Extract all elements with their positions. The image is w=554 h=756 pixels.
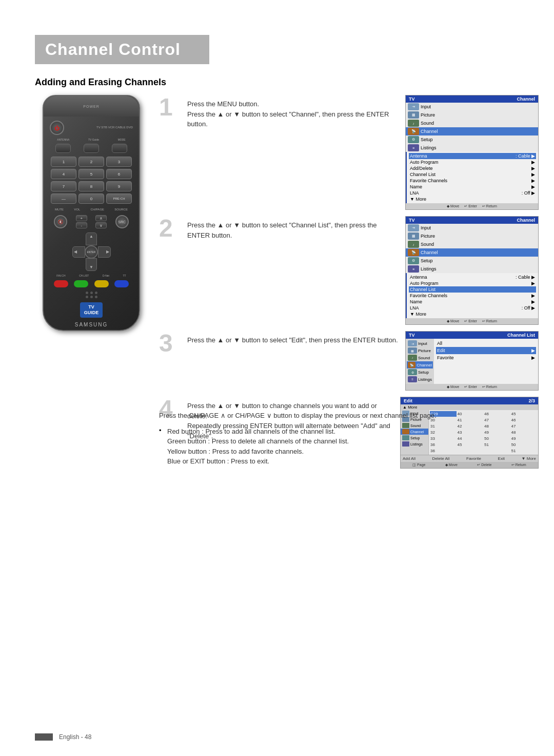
input-label: Input xyxy=(421,104,536,109)
screen3-input-row: ⇥ Input xyxy=(407,340,433,347)
screen1-favchannels-row: Favorite Channels ▶ xyxy=(409,178,536,184)
num-dash-button[interactable]: — xyxy=(51,193,76,204)
mode-button[interactable] xyxy=(112,144,127,153)
remote-body: POWER ⏻ TV STB VCR CABLE DVD ANTENNA TV … xyxy=(43,95,140,331)
screen1-move-hint: ◆ Move xyxy=(447,204,459,208)
screen2-favchannels-label: Favorite Channels xyxy=(410,293,447,298)
samsung-brand-label: SAMSUNG xyxy=(44,320,139,329)
screen3-channel-label: Channel xyxy=(417,363,432,367)
num-8-button[interactable]: 8 xyxy=(78,181,104,191)
screen2-autoprog-arrow: ▶ xyxy=(531,281,535,286)
screen1-header: TV Channel xyxy=(406,95,538,103)
screen3-move-hint: ◆ Move xyxy=(447,385,459,389)
screen3-channel-icon: 📡 xyxy=(408,362,416,368)
screen4-page-indicator: 2/3 xyxy=(528,398,535,403)
screen2-channellist-label: Channel List xyxy=(410,287,436,292)
dpad-up-button[interactable]: ▲ xyxy=(86,232,97,245)
autoprog-arrow: ▶ xyxy=(531,160,535,165)
setup-label: Setup xyxy=(421,137,536,142)
num-9-button[interactable]: 9 xyxy=(106,181,132,191)
mute-button[interactable]: 🔇 xyxy=(54,215,67,228)
tvguide-button[interactable] xyxy=(84,144,99,153)
screen4-header: Edit 2/3 xyxy=(401,397,538,404)
screen1-lna-row: LNA : Off ▶ xyxy=(409,190,536,196)
screen2-listings-row: ≡ Listings xyxy=(406,265,538,273)
screen3-sound-icon: ♪ xyxy=(408,355,417,361)
remote-control: POWER ⏻ TV STB VCR CABLE DVD ANTENNA TV … xyxy=(35,95,148,336)
screen2-return-hint: ↩ Return xyxy=(482,319,497,323)
screen1-antenna-row: Antenna : Cable ▶ xyxy=(409,153,536,159)
screen3-edit-arrow: ▶ xyxy=(531,348,535,353)
dpad-down-button[interactable]: ▼ xyxy=(86,258,97,271)
enter-button[interactable]: ENTER xyxy=(85,245,98,259)
ch-up-button[interactable]: ∧ xyxy=(95,215,107,221)
chlist-label: CH.LIST xyxy=(79,274,89,277)
screen2-channel-icon: 📡 xyxy=(408,249,419,256)
screen2-setup-icon: ⚙ xyxy=(408,257,419,264)
num-2-button[interactable]: 2 xyxy=(78,157,104,167)
screen2-lna-label: LNA xyxy=(410,305,419,311)
num-7-button[interactable]: 7 xyxy=(51,181,76,191)
antenna-tvguide-mode-row: ANTENNA TV Guide MODE xyxy=(44,137,139,142)
screen2-picture-label: Picture xyxy=(421,234,536,239)
screen1-input-row: ⇥ Input xyxy=(406,103,538,111)
blue-button[interactable] xyxy=(114,280,129,287)
screen4-subheader: ▲ More xyxy=(401,404,538,410)
favchannels-arrow: ▶ xyxy=(531,178,535,183)
screen2-favchannels-arrow: ▶ xyxy=(531,293,535,298)
source-button[interactable]: SRC xyxy=(115,215,129,228)
green-button[interactable] xyxy=(74,280,88,287)
num-5-button[interactable]: 5 xyxy=(78,169,104,179)
screen2-picture-icon: ▦ xyxy=(408,232,419,240)
red-button[interactable] xyxy=(54,280,68,287)
antenna-label: ANTENNA xyxy=(57,138,69,141)
antenna-button[interactable] xyxy=(55,144,71,153)
vol-up-button[interactable]: + xyxy=(76,215,87,221)
screen3-sound-label: Sound xyxy=(418,356,430,360)
picture-label: Picture xyxy=(421,112,536,118)
screen2-listings-icon: ≡ xyxy=(408,265,419,273)
num-6-button[interactable]: 6 xyxy=(106,169,132,179)
screen3-body: ⇥ Input ▦ Picture ♪ Sound 📡 xyxy=(406,339,538,384)
screen1-body: ⇥ Input ▦ Picture ♪ Sound 📡 Channel ⚙ xyxy=(406,103,538,152)
num-1-button[interactable]: 1 xyxy=(51,157,76,167)
power-button[interactable]: ⏻ xyxy=(50,121,64,135)
num-0-button[interactable]: 0 xyxy=(78,193,104,204)
screen1-channellist-row: Channel List ▶ xyxy=(409,171,536,178)
vol-down-button[interactable]: - xyxy=(76,222,87,228)
tv-guide-logo[interactable]: TVGUIDE xyxy=(80,302,103,318)
screen3-picture-icon: ▦ xyxy=(408,347,417,354)
screen1-setup-row: ⚙ Setup xyxy=(406,135,538,144)
screen2-lna-row: LNA : Off ▶ xyxy=(409,305,536,311)
dpad-left-button[interactable]: ◀ xyxy=(72,246,85,258)
screen2-setup-label: Setup xyxy=(421,258,536,263)
screen2-antenna-value: : Cable ▶ xyxy=(516,275,535,280)
yellow-button[interactable] xyxy=(94,280,109,287)
screen2-channellist-selected-row: Channel List xyxy=(409,286,536,293)
screen3-setup-label: Setup xyxy=(418,370,429,375)
dpad-right-button[interactable]: ▶ xyxy=(98,246,111,258)
screen1-autoprog-row: Auto Program ▶ xyxy=(409,159,536,165)
page-title-bar: Channel Control xyxy=(35,35,209,64)
bullet-marker: • xyxy=(159,427,165,434)
antenna-item-label: Antenna xyxy=(410,153,427,159)
num-3-button[interactable]: 3 xyxy=(106,157,132,167)
name-arrow: ▶ xyxy=(531,184,535,189)
num-4-button[interactable]: 4 xyxy=(51,169,76,179)
screen2-listings-label: Listings xyxy=(421,266,536,272)
screen3-setup-row: ⚙ Setup xyxy=(407,369,433,376)
bullet-text-1: Red button : Press to add all channels o… xyxy=(167,427,349,467)
ch-down-button[interactable]: ∨ xyxy=(95,222,107,228)
channellist-arrow: ▶ xyxy=(531,172,535,177)
screen3-picture-row: ▦ Picture xyxy=(407,347,433,354)
screen2-channel-row: 📡 Channel xyxy=(406,248,538,257)
prev-ch-button[interactable]: PRE-CH xyxy=(106,193,132,204)
directional-pad: ▲ ▼ ◀ ▶ ENTER xyxy=(72,232,111,271)
step-1-number: 1 xyxy=(159,95,182,120)
channel-label-row: Channel xyxy=(421,129,536,134)
footer-bar xyxy=(35,733,53,741)
screen2-setup-row: ⚙ Setup xyxy=(406,257,538,265)
step-1: 1 Press the MENU button. Press the ▲ or … xyxy=(159,95,539,210)
number-pad: 1 2 3 4 5 6 7 8 9 — 0 PRE-CH xyxy=(44,154,139,206)
favch-label: FAV.CH xyxy=(56,274,65,277)
